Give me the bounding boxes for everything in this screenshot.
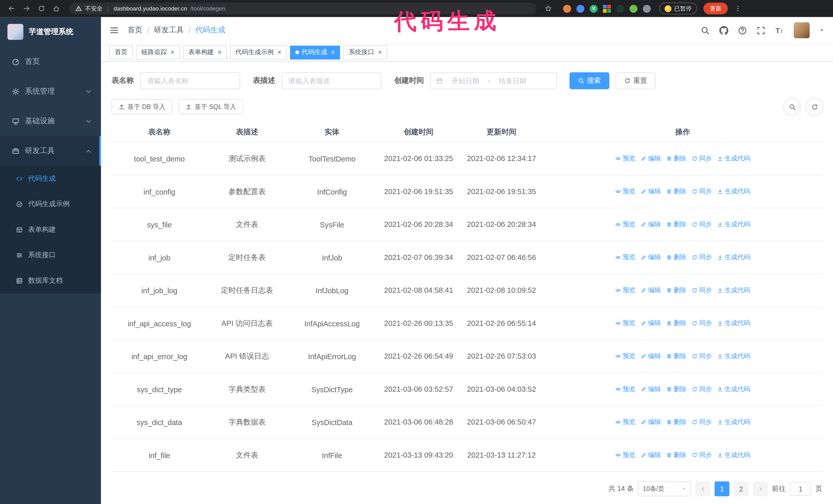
sync-link[interactable]: 同步 [692, 154, 712, 163]
fullscreen-icon[interactable] [757, 26, 766, 35]
back-icon[interactable] [5, 2, 18, 15]
generate-link[interactable]: 生成代码 [717, 385, 750, 394]
end-date-input[interactable] [492, 76, 533, 85]
sidebar-item-infra[interactable]: 基础设施 [0, 106, 101, 136]
goto-page-input[interactable] [790, 482, 811, 496]
generate-link[interactable]: 生成代码 [717, 187, 750, 196]
tab-codegen[interactable]: 代码生成× [290, 45, 340, 59]
green-v-extension-icon[interactable]: V [590, 5, 598, 13]
caret-down-icon[interactable] [819, 28, 825, 33]
sidebar-subitem-api[interactable]: 系统接口 [0, 242, 101, 268]
toggle-search-button[interactable] [784, 99, 800, 115]
preview-link[interactable]: 预览 [615, 417, 635, 427]
logo[interactable]: 芋道管理系统 [0, 17, 101, 47]
search-button[interactable]: 搜索 [570, 72, 609, 89]
search-icon[interactable] [701, 26, 710, 35]
generate-link[interactable]: 生成代码 [717, 319, 750, 328]
address-bar[interactable]: 不安全 | dashboard.yudao.iocoder.cn /tool/c… [69, 3, 537, 14]
tab-tracer[interactable]: 链路追踪× [136, 45, 180, 59]
tab-codegen-example[interactable]: 代码生成示例× [230, 45, 287, 59]
page-size-select[interactable]: 10条/页 [638, 481, 691, 496]
edit-link[interactable]: 编辑 [641, 220, 661, 229]
generate-link[interactable]: 生成代码 [717, 154, 750, 163]
sync-link[interactable]: 同步 [692, 417, 712, 427]
edit-link[interactable]: 编辑 [641, 319, 661, 328]
edit-link[interactable]: 编辑 [641, 451, 661, 460]
delete-link[interactable]: 删除 [666, 352, 686, 361]
sidebar-subitem-codegen-example[interactable]: 代码生成示例 [0, 191, 101, 217]
close-icon[interactable]: × [218, 49, 222, 56]
generate-link[interactable]: 生成代码 [717, 220, 750, 229]
edit-link[interactable]: 编辑 [641, 417, 661, 427]
generate-link[interactable]: 生成代码 [717, 286, 750, 295]
close-icon[interactable]: × [331, 49, 335, 56]
start-date-input[interactable] [445, 76, 486, 85]
user-avatar[interactable] [794, 22, 810, 38]
delete-link[interactable]: 删除 [666, 451, 686, 460]
generate-link[interactable]: 生成代码 [717, 352, 750, 361]
edit-link[interactable]: 编辑 [641, 286, 661, 295]
reset-button[interactable]: 重置 [616, 72, 656, 89]
sync-link[interactable]: 同步 [692, 253, 712, 262]
tab-home[interactable]: 首页 [110, 45, 133, 59]
preview-link[interactable]: 预览 [615, 385, 635, 394]
page-1-button[interactable]: 1 [715, 481, 730, 496]
edit-link[interactable]: 编辑 [641, 352, 661, 361]
sync-link[interactable]: 同步 [692, 220, 712, 229]
github-icon[interactable] [719, 26, 728, 35]
preview-link[interactable]: 预览 [615, 220, 635, 229]
sync-link[interactable]: 同步 [692, 385, 712, 394]
delete-link[interactable]: 删除 [666, 319, 686, 328]
delete-link[interactable]: 删除 [666, 187, 686, 196]
tab-form-builder[interactable]: 表单构建× [183, 45, 227, 59]
sidebar-subitem-form-builder[interactable]: 表单构建 [0, 217, 101, 242]
edit-link[interactable]: 编辑 [641, 154, 661, 163]
page-2-button[interactable]: 2 [734, 481, 748, 496]
sidebar-item-devtools[interactable]: 研发工具 [0, 136, 101, 166]
delete-link[interactable]: 删除 [666, 417, 686, 427]
forward-icon[interactable] [20, 2, 33, 15]
table-desc-input[interactable] [282, 72, 382, 89]
close-icon[interactable]: × [277, 49, 281, 56]
generate-link[interactable]: 生成代码 [717, 451, 750, 460]
sidebar-subitem-codegen[interactable]: 代码生成 [0, 166, 101, 191]
blue-extension-icon[interactable] [576, 5, 585, 13]
preview-link[interactable]: 预览 [615, 319, 635, 328]
delete-link[interactable]: 删除 [666, 154, 686, 163]
generate-link[interactable]: 生成代码 [717, 253, 750, 262]
leaf-extension-icon[interactable] [629, 5, 638, 13]
edit-link[interactable]: 编辑 [641, 187, 661, 196]
sync-link[interactable]: 同步 [692, 319, 712, 328]
preview-link[interactable]: 预览 [615, 187, 635, 196]
preview-link[interactable]: 预览 [615, 451, 635, 460]
question-icon[interactable] [738, 26, 747, 35]
breadcrumb-item[interactable]: 首页 [127, 25, 142, 35]
preview-link[interactable]: 预览 [615, 154, 635, 163]
preview-link[interactable]: 预览 [615, 286, 635, 295]
import-db-button[interactable]: 基于 DB 导入 [112, 99, 172, 114]
next-page-button[interactable] [753, 481, 768, 496]
bookmark-star-icon[interactable] [542, 2, 555, 15]
delete-link[interactable]: 删除 [666, 253, 686, 262]
tab-api[interactable]: 系统接口× [343, 45, 387, 59]
sync-link[interactable]: 同步 [692, 286, 712, 295]
edit-link[interactable]: 编辑 [641, 385, 661, 394]
home-icon[interactable] [50, 2, 63, 15]
hamburger-icon[interactable] [110, 25, 119, 35]
puzzle-extension-icon[interactable] [643, 5, 651, 13]
sidebar-item-system[interactable]: 系统管理 [0, 76, 101, 106]
paused-badge[interactable]: 已暂停 [659, 3, 697, 14]
sidebar-subitem-db-doc[interactable]: 数据库文档 [0, 268, 101, 293]
import-sql-button[interactable]: 基于 SQL 导入 [178, 99, 243, 114]
reload-icon[interactable] [35, 2, 48, 15]
update-button[interactable]: 更新 [703, 3, 728, 14]
fox-extension-icon[interactable] [563, 5, 571, 13]
preview-link[interactable]: 预览 [615, 352, 635, 361]
sidebar-item-home[interactable]: 首页 [0, 47, 101, 76]
browser-menu-icon[interactable] [733, 4, 742, 13]
table-name-input[interactable] [140, 72, 240, 89]
grid-extension-icon[interactable] [603, 5, 611, 13]
sync-link[interactable]: 同步 [692, 352, 712, 361]
preview-link[interactable]: 预览 [615, 253, 635, 262]
prev-page-button[interactable] [695, 481, 710, 496]
